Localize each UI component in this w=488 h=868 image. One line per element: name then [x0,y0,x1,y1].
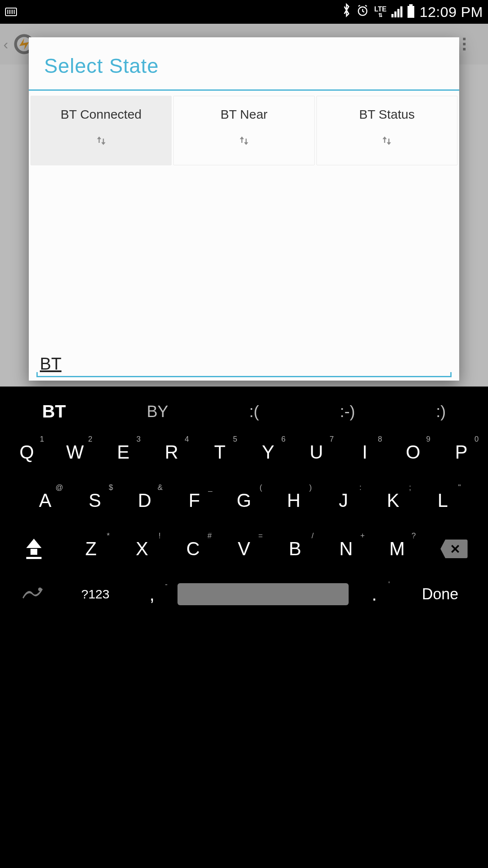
key-f[interactable]: _F [170,482,218,519]
state-options-grid: BT Connected BT Near BT Status [29,96,459,165]
state-option-bt-connected[interactable]: BT Connected [30,96,172,165]
alarm-icon [356,4,369,20]
shift-key[interactable] [3,531,65,567]
keyboard-active-icon [5,8,17,16]
keyboard-row-2: @A$S&D_F(G)H:J;K"L [2,476,486,525]
suggestion-bar: BT BY :( :-) :) [2,395,486,428]
suggestion-item[interactable]: BT [42,401,66,422]
key-v[interactable]: =V [219,531,269,567]
key-l[interactable]: "L [419,482,467,519]
key-j[interactable]: :J [319,482,367,519]
tile-label: BT Connected [61,107,141,122]
key-t[interactable]: 5T [197,434,243,470]
battery-icon [408,6,414,18]
signal-icon [391,6,402,17]
soft-keyboard: BT BY :( :-) :) 1Q2W3E4R5T6Y7U8I9O0P @A$… [0,387,488,617]
transfer-icon [95,134,108,151]
key-a[interactable]: @A [21,482,69,519]
suggestion-item[interactable]: :( [249,403,259,421]
key-w[interactable]: 2W [52,434,98,470]
filter-input[interactable] [36,352,452,377]
android-status-bar: LTE⇅ 12:09 PM [0,0,488,24]
period-key[interactable]: ' . [353,579,396,609]
key-g[interactable]: (G [220,482,268,519]
backspace-key[interactable]: ✕ [424,532,485,566]
tile-label: BT Status [359,107,415,122]
key-p[interactable]: 0P [438,434,485,470]
key-e[interactable]: 3E [100,434,147,470]
status-clock: 12:09 PM [419,4,483,20]
tile-label: BT Near [220,107,267,122]
key-h[interactable]: )H [270,482,318,519]
comma-key[interactable]: - , [130,579,173,609]
key-r[interactable]: 4R [148,434,195,470]
state-option-bt-near[interactable]: BT Near [173,96,314,165]
key-d[interactable]: &D [121,482,169,519]
suggestion-item[interactable]: BY [147,403,168,421]
key-u[interactable]: 7U [293,434,340,470]
key-i[interactable]: 8I [341,434,388,470]
keyboard-row-1: 1Q2W3E4R5T6Y7U8I9O0P [2,428,486,476]
svg-point-2 [38,587,42,591]
key-o[interactable]: 9O [390,434,436,470]
key-s[interactable]: $S [71,482,119,519]
key-n[interactable]: +N [322,531,371,567]
swype-key[interactable] [5,579,60,609]
key-q[interactable]: 1Q [3,434,50,470]
lte-icon: LTE⇅ [374,6,386,18]
keyboard-row-4: ?123 - , ' . Done [2,573,486,615]
symbols-key[interactable]: ?123 [62,583,129,606]
key-y[interactable]: 6Y [245,434,291,470]
suggestion-item[interactable]: :-) [340,403,355,421]
transfer-icon [380,134,393,151]
bluetooth-icon [342,3,351,21]
key-b[interactable]: /B [270,531,319,567]
space-key[interactable] [177,583,349,605]
suggestion-item[interactable]: :) [436,403,446,421]
key-c[interactable]: #C [168,531,217,567]
dialog-divider [29,89,459,91]
transfer-icon [238,134,250,151]
key-k[interactable]: ;K [369,482,417,519]
done-key[interactable]: Done [397,581,483,607]
keyboard-row-3: *Z!X#C=V/B+N?M ✕ [2,525,486,573]
key-z[interactable]: *Z [67,531,116,567]
key-m[interactable]: ?M [372,531,421,567]
state-option-bt-status[interactable]: BT Status [316,96,458,165]
select-state-dialog: Select State BT Connected BT Near BT Sta [29,37,459,381]
dialog-title: Select State [29,37,459,89]
key-x[interactable]: !X [117,531,166,567]
